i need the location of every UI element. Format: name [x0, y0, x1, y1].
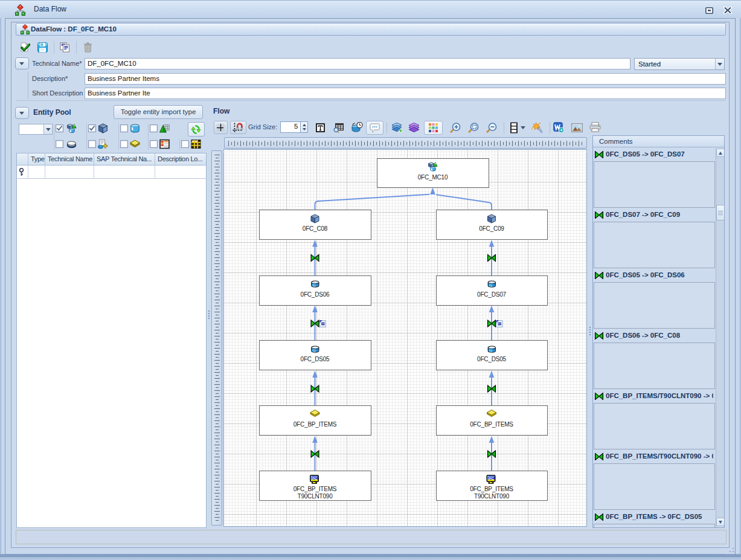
svg-text:0FC_C08: 0FC_C08 [303, 225, 328, 232]
svg-text:0FC_DS06: 0FC_DS06 [301, 291, 330, 298]
svg-text:0FC_BP_ITEMS: 0FC_BP_ITEMS [470, 486, 513, 492]
svg-text:0FC_BP_ITEMS: 0FC_BP_ITEMS [470, 421, 513, 428]
svg-text:0FC_DS05: 0FC_DS05 [301, 356, 330, 362]
svg-text:T90CLNT090: T90CLNT090 [474, 493, 510, 500]
svg-text:0FC_BP_ITEMS: 0FC_BP_ITEMS [294, 486, 337, 492]
svg-text:0FC_DS05: 0FC_DS05 [477, 356, 507, 362]
svg-text:0FC_DS07: 0FC_DS07 [477, 291, 507, 298]
svg-text:0FC_C09: 0FC_C09 [479, 225, 504, 232]
svg-text:0FC_BP_ITEMS: 0FC_BP_ITEMS [294, 421, 337, 428]
svg-text:T90CLNT090: T90CLNT090 [297, 493, 333, 500]
svg-text:0FC_MC10: 0FC_MC10 [418, 174, 448, 181]
